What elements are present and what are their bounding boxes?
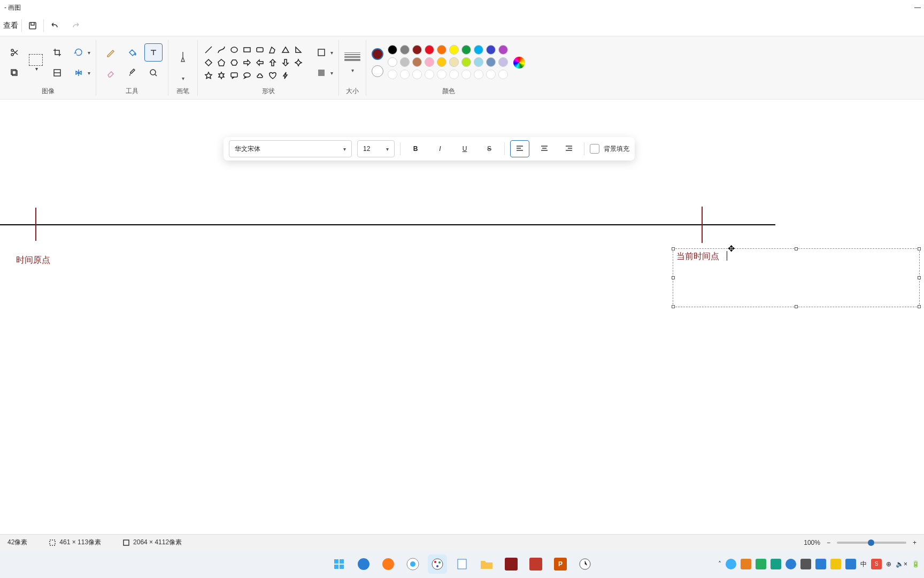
font-size-select[interactable]: 12▾ (357, 140, 395, 157)
shape-pentagon[interactable] (216, 57, 227, 68)
shape-line[interactable] (203, 44, 214, 55)
tray-icon-8[interactable] (830, 559, 841, 569)
undo-button[interactable] (44, 15, 65, 36)
bg-fill-toggle[interactable]: 背景填充 (590, 144, 629, 154)
tray-icon-4[interactable] (771, 559, 781, 569)
font-select[interactable]: 华文宋体▾ (229, 140, 352, 157)
shape-curve[interactable] (216, 44, 227, 55)
color-swatch[interactable] (486, 57, 496, 67)
magnifier-button[interactable] (144, 64, 163, 82)
shape-hexagon[interactable] (229, 57, 240, 68)
color-swatch[interactable] (474, 57, 483, 67)
shape-oval[interactable] (229, 44, 240, 55)
chrome-button[interactable] (403, 554, 422, 574)
notepad-button[interactable] (452, 554, 472, 574)
shape-arrow-left[interactable] (255, 57, 265, 68)
rotate-button[interactable] (70, 43, 88, 62)
ime-label[interactable]: 中 (860, 560, 867, 569)
shape-arrow-down[interactable] (280, 57, 291, 68)
color-swatch[interactable] (400, 45, 410, 55)
edit-colors-button[interactable] (513, 57, 525, 69)
color-swatch[interactable] (474, 70, 483, 79)
color-swatch[interactable] (461, 57, 471, 67)
flip-button[interactable] (70, 64, 88, 82)
color-swatch[interactable] (449, 57, 459, 67)
picker-button[interactable] (123, 64, 141, 82)
shape-5star[interactable] (203, 70, 214, 81)
align-center-button[interactable] (535, 140, 554, 157)
color-swatch[interactable] (425, 57, 434, 67)
tray-icon-9[interactable] (845, 559, 856, 569)
shape-outline-button[interactable] (312, 43, 330, 62)
align-left-button[interactable] (510, 140, 529, 157)
shape-fill-button[interactable] (312, 64, 330, 82)
bluetooth-icon[interactable] (815, 559, 826, 569)
zoom-in-button[interactable]: + (913, 539, 917, 546)
text-box-active[interactable]: 当前时间点 ✥ (673, 248, 920, 307)
app-button-1[interactable] (502, 554, 521, 574)
color-swatch[interactable] (437, 45, 446, 55)
resize-button[interactable] (48, 64, 66, 82)
color-swatch[interactable] (388, 45, 397, 55)
edge-button[interactable] (354, 554, 373, 574)
chevron-down-icon[interactable]: ▾ (182, 75, 184, 81)
shape-arrow-up[interactable] (267, 57, 278, 68)
color-swatch[interactable] (425, 45, 434, 55)
powerpoint-button[interactable]: P (551, 554, 570, 574)
resize-handle-s[interactable] (795, 305, 798, 308)
color-swatch[interactable] (461, 70, 471, 79)
color-swatch[interactable] (412, 70, 422, 79)
color-swatch[interactable] (412, 57, 422, 67)
color-1-button[interactable] (372, 48, 383, 60)
explorer-button[interactable] (477, 554, 496, 574)
redo-button[interactable] (65, 15, 87, 36)
bold-button[interactable]: B (406, 140, 425, 157)
minimize-button[interactable]: — (913, 4, 922, 11)
color-swatch[interactable] (437, 57, 446, 67)
wifi-icon[interactable]: ⊕ (886, 560, 891, 568)
shape-callout-rect[interactable] (229, 70, 240, 81)
view-tab[interactable]: 查看 (0, 15, 21, 36)
color-swatch[interactable] (400, 57, 410, 67)
shape-callout-cloud[interactable] (255, 70, 265, 81)
shape-polygon[interactable] (267, 44, 278, 55)
shape-4star[interactable] (293, 57, 304, 68)
resize-handle-e[interactable] (918, 276, 921, 279)
shape-roundrect[interactable] (255, 44, 265, 55)
color-swatch[interactable] (388, 70, 397, 79)
color-swatch[interactable] (486, 70, 496, 79)
color-swatch[interactable] (498, 70, 508, 79)
tray-icon-2[interactable] (741, 559, 751, 569)
shape-rect[interactable] (242, 44, 252, 55)
canvas[interactable]: 时间原点 当前时间点 ✥ (0, 126, 924, 515)
color-swatch[interactable] (437, 70, 446, 79)
volume-icon[interactable]: 🔈× (896, 560, 907, 568)
chevron-down-icon[interactable]: ▾ (35, 66, 38, 72)
pencil-button[interactable] (102, 43, 120, 62)
start-button[interactable] (329, 554, 349, 574)
tray-icon-1[interactable] (726, 559, 736, 569)
fill-button[interactable] (123, 43, 141, 62)
color-swatch[interactable] (498, 45, 508, 55)
resize-handle-sw[interactable] (672, 305, 675, 308)
shapes-gallery[interactable] (203, 44, 304, 81)
shape-lightning[interactable] (280, 70, 291, 81)
tray-icon-3[interactable] (756, 559, 766, 569)
shape-arrow-right[interactable] (242, 57, 252, 68)
shape-callout-oval[interactable] (242, 70, 252, 81)
resize-handle-se[interactable] (918, 305, 921, 308)
color-swatch[interactable] (486, 45, 496, 55)
tray-chevron[interactable]: ˄ (718, 560, 721, 568)
size-button[interactable] (344, 52, 360, 61)
zoom-out-button[interactable]: − (827, 539, 830, 546)
shape-rtriangle[interactable] (293, 44, 304, 55)
resize-handle-nw[interactable] (672, 247, 675, 250)
sogou-icon[interactable]: S (871, 559, 882, 569)
cut-button[interactable] (5, 43, 24, 62)
copy-button[interactable] (5, 64, 24, 82)
tray-icon-5[interactable] (786, 559, 796, 569)
underline-button[interactable]: U (455, 140, 474, 157)
color-swatch[interactable] (388, 57, 397, 67)
color-swatch[interactable] (449, 45, 459, 55)
app-button-2[interactable] (526, 554, 545, 574)
